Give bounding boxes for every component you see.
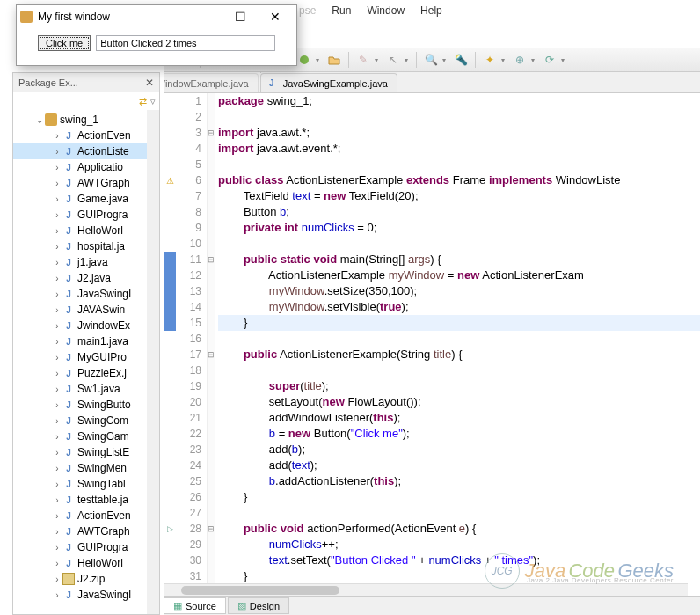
source-tab[interactable]: ▦ Source bbox=[164, 597, 226, 614]
code-line[interactable]: super(title); bbox=[218, 378, 700, 394]
expand-icon[interactable]: › bbox=[52, 274, 62, 283]
tree-file-item[interactable]: ›SwingCom bbox=[13, 413, 159, 428]
code-line[interactable]: package swing_1; bbox=[218, 93, 700, 109]
expand-icon[interactable]: › bbox=[52, 179, 62, 188]
menu-window[interactable]: Window bbox=[367, 4, 405, 17]
expand-icon[interactable]: › bbox=[52, 495, 62, 505]
code-line[interactable]: } bbox=[218, 489, 700, 505]
code-line[interactable]: import java.awt.event.*; bbox=[218, 141, 700, 157]
tree-file-item[interactable]: ›J2.zip bbox=[13, 571, 159, 587]
code-line[interactable]: public ActionListenerExample(String titl… bbox=[218, 347, 700, 362]
minimize-button[interactable]: — bbox=[187, 7, 222, 26]
tree-file-item[interactable]: ›SwingListE bbox=[13, 444, 159, 460]
tree-file-item[interactable]: ›PuzzleEx.j bbox=[13, 365, 159, 381]
debug-step-icon[interactable]: ✦ bbox=[480, 50, 499, 70]
code-line[interactable]: public void actionPerformed(ActionEvent … bbox=[218, 521, 700, 537]
code-line[interactable] bbox=[218, 505, 700, 521]
code-line[interactable]: numClicks++; bbox=[218, 537, 700, 553]
code-line[interactable]: add(b); bbox=[218, 442, 700, 458]
tree-file-item[interactable]: ›JwindowEx bbox=[13, 318, 159, 333]
code-line[interactable]: TextField text = new TextField(20); bbox=[218, 188, 700, 204]
editor-tab[interactable]: JWindowExample.java bbox=[164, 73, 259, 92]
code-area[interactable]: package swing_1;import java.awt.*;import… bbox=[215, 93, 700, 594]
expand-icon[interactable]: › bbox=[52, 511, 62, 521]
scope-icon[interactable]: ⊕ bbox=[510, 50, 529, 70]
expand-icon[interactable]: › bbox=[52, 369, 62, 378]
dropdown-icon[interactable]: ▾ bbox=[442, 50, 449, 70]
expand-icon[interactable]: › bbox=[52, 448, 62, 458]
code-line[interactable]: myWindow.setSize(350,100); bbox=[218, 283, 700, 299]
tree-file-item[interactable]: ›GUIProgra bbox=[13, 539, 159, 555]
expand-icon[interactable]: › bbox=[52, 480, 62, 489]
expand-icon[interactable]: › bbox=[52, 163, 62, 172]
scroll-thumb[interactable] bbox=[181, 586, 339, 595]
dropdown-icon[interactable]: ▾ bbox=[316, 50, 323, 70]
expand-icon[interactable]: › bbox=[52, 131, 62, 141]
code-line[interactable] bbox=[218, 109, 700, 125]
close-button[interactable]: ✕ bbox=[258, 7, 293, 26]
tree-file-item[interactable]: ›SwingButto bbox=[13, 397, 159, 413]
expand-icon[interactable]: › bbox=[52, 337, 62, 347]
code-line[interactable]: } bbox=[218, 568, 700, 584]
expand-icon[interactable]: › bbox=[52, 353, 62, 362]
tree-file-item[interactable]: ›GUIProgra bbox=[13, 207, 159, 223]
swing-titlebar[interactable]: My first window — ☐ ✕ bbox=[17, 5, 296, 28]
tree-file-item[interactable]: ›JavaSwingI bbox=[13, 286, 159, 302]
code-line[interactable] bbox=[218, 157, 700, 172]
tree-file-item[interactable]: ›SwingGam bbox=[13, 428, 159, 444]
expand-icon[interactable]: › bbox=[52, 400, 62, 410]
tree-file-item[interactable]: ›SwingMen bbox=[13, 460, 159, 476]
expand-icon[interactable]: › bbox=[52, 590, 62, 600]
menu-run[interactable]: Run bbox=[332, 4, 351, 17]
dropdown-icon[interactable]: ▾ bbox=[375, 50, 382, 70]
search-icon[interactable]: 🔍 bbox=[421, 50, 441, 70]
code-line[interactable] bbox=[218, 331, 700, 347]
tree-file-item[interactable]: ›ActionEven bbox=[13, 128, 159, 143]
tree-file-item[interactable]: ›ActionEven bbox=[13, 508, 159, 523]
code-line[interactable]: b.addActionListener(this); bbox=[218, 473, 700, 489]
flashlight-icon[interactable]: 🔦 bbox=[451, 50, 470, 70]
expand-icon[interactable]: › bbox=[52, 147, 62, 157]
click-me-button[interactable]: Click me bbox=[38, 35, 91, 51]
new-class-icon[interactable] bbox=[295, 50, 314, 70]
expand-icon[interactable]: › bbox=[52, 416, 62, 426]
code-line[interactable]: import java.awt.*; bbox=[218, 125, 700, 141]
tree-file-item[interactable]: ›AWTGraph bbox=[13, 175, 159, 191]
code-line[interactable]: addWindowListener(this); bbox=[218, 410, 700, 426]
tree-file-item[interactable]: ›MyGUIPro bbox=[13, 349, 159, 365]
expand-icon[interactable]: › bbox=[52, 575, 62, 584]
dropdown-icon[interactable]: ▾ bbox=[405, 50, 412, 70]
result-textfield[interactable] bbox=[96, 35, 275, 51]
code-line[interactable]: public static void main(String[] args) { bbox=[218, 252, 700, 267]
tree-file-item[interactable]: ›JavaSwingI bbox=[13, 587, 159, 603]
folder-open-icon[interactable] bbox=[324, 50, 344, 70]
wand-icon[interactable]: ✎ bbox=[354, 50, 373, 70]
code-line[interactable]: setLayout(new FlowLayout()); bbox=[218, 394, 700, 410]
expand-icon[interactable]: › bbox=[52, 289, 62, 299]
tree-file-item[interactable]: ›Sw1.java bbox=[13, 381, 159, 397]
tree-file-item[interactable]: ›J2.java bbox=[13, 270, 159, 286]
expand-icon[interactable]: › bbox=[52, 321, 62, 331]
tree-file-item[interactable]: ›ActionListe bbox=[13, 143, 159, 159]
code-line[interactable]: ActionListenerExample myWindow = new Act… bbox=[218, 267, 700, 283]
tree-file-item[interactable]: ›testtable.ja bbox=[13, 492, 159, 508]
expand-icon[interactable]: › bbox=[52, 226, 62, 236]
close-icon[interactable]: ✕ bbox=[145, 77, 154, 89]
tree-file-item[interactable]: ›j1.java bbox=[13, 254, 159, 270]
dropdown-icon[interactable]: ▾ bbox=[561, 50, 568, 70]
code-line[interactable]: add(text); bbox=[218, 458, 700, 473]
menu-help[interactable]: Help bbox=[420, 4, 442, 17]
tree-file-item[interactable]: ›hospital.ja bbox=[13, 238, 159, 254]
expand-icon[interactable]: › bbox=[52, 305, 62, 315]
link-icon[interactable]: ⇄ bbox=[139, 96, 147, 107]
tree-file-item[interactable]: ›HelloWorl bbox=[13, 555, 159, 571]
maximize-button[interactable]: ☐ bbox=[222, 7, 258, 26]
code-line[interactable]: text.setText("Button Clicked " + numClic… bbox=[218, 553, 700, 568]
code-line[interactable]: public class ActionListenerExample exten… bbox=[218, 172, 700, 188]
tree-file-item[interactable]: ›JAVASwin bbox=[13, 302, 159, 318]
scrollbar-horizontal[interactable] bbox=[164, 583, 688, 596]
editor-tab[interactable]: JavaSwingExample.java bbox=[260, 73, 397, 92]
cursor-icon[interactable]: ↖ bbox=[383, 50, 403, 70]
code-line[interactable]: private int numClicks = 0; bbox=[218, 220, 700, 236]
code-line[interactable] bbox=[218, 362, 700, 378]
